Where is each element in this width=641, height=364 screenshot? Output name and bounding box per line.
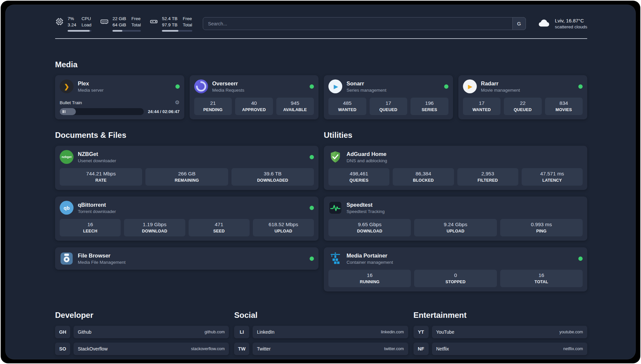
youtube-badge: YT (413, 326, 429, 338)
stat-approved: 40 APPROVED (235, 98, 273, 115)
status-dot (310, 84, 314, 89)
memory-progress-bar (112, 30, 141, 32)
status-dot (310, 155, 314, 159)
stat-total: 16 TOTAL (500, 270, 583, 287)
gear-icon[interactable]: ⚙ (175, 100, 179, 105)
link-row: TW Twitter twitter.com (234, 343, 408, 355)
stat-upload: 618.52 Mbps UPLOAD (253, 219, 314, 236)
app-name: Plex (78, 80, 104, 87)
stat-queries: 498,461 QUERIES (328, 168, 389, 186)
stat-seed: 471 SEED (189, 219, 250, 236)
app-card-radarr[interactable]: ▶ Radarr Movie management 17 WANTED 22 Q… (458, 75, 588, 119)
playback-progress-bar (60, 108, 144, 115)
stat-stopped: 0 STOPPED (414, 270, 497, 287)
netflix-badge: NF (413, 343, 429, 355)
plex-icon: ❯ (60, 79, 74, 93)
linkedin-badge: LI (234, 326, 249, 338)
stat-available: 945 AVAILABLE (276, 98, 314, 115)
link-youtube[interactable]: YouTube youtube.com (432, 326, 587, 338)
memory-total-label: Total (132, 22, 141, 28)
app-subtitle: Torrent downloader (78, 209, 116, 214)
media-section-title: Media (55, 60, 587, 69)
app-name: Media Portainer (347, 253, 393, 259)
search-input[interactable] (203, 17, 526, 30)
stat-latency: 47.571 ms LATENCY (522, 168, 583, 186)
app-card-speedtest[interactable]: Speedtest Speedtest Tracking 9.65 Gbps D… (324, 197, 587, 241)
disk-free-value: 52.4 TB (162, 15, 177, 22)
status-dot (310, 206, 314, 210)
status-dot (310, 257, 314, 261)
memory-icon (100, 17, 109, 26)
stat-ping: 0.993 ms PING (500, 219, 583, 236)
link-github[interactable]: Github github.com (74, 326, 229, 338)
app-card-sonarr[interactable]: ▶ Sonarr Series management 485 WANTED 17… (324, 75, 453, 119)
link-twitter[interactable]: Twitter twitter.com (253, 343, 408, 355)
utilities-section-title: Utilities (324, 131, 587, 140)
disk-total-label: Total (183, 22, 192, 28)
section-entertainment: Entertainment YT YouTube youtube.com NF … (413, 311, 587, 359)
app-card-adguard[interactable]: AdGuard Home DNS and adblocking 498,461 … (324, 146, 587, 190)
dashboard: 7% 3.24 CPU Load (5, 5, 636, 359)
entertainment-section-title: Entertainment (413, 311, 587, 320)
cpu-icon (55, 17, 64, 26)
app-card-qbittorrent[interactable]: qb qBittorrent Torrent downloader 16 LEE… (55, 197, 319, 241)
portainer-icon (328, 252, 342, 265)
weather-widget: Lviv, 16.87°C scattered clouds (536, 17, 587, 30)
link-row: SO StackOverflow stackoverflow.com (55, 343, 229, 355)
disk-progress-bar (162, 30, 192, 32)
stat-download: 1.19 Gbps DOWNLOAD (124, 219, 185, 236)
stat-wanted: 17 WANTED (463, 98, 501, 115)
section-media: Media ❯ Plex Media server Bullet Train ⚙ (55, 60, 587, 119)
header-divider (55, 38, 587, 39)
app-name: NZBGet (78, 151, 116, 157)
status-dot (175, 84, 180, 89)
disk-free-label: Free (183, 15, 192, 22)
app-card-filebrowser[interactable]: File Browser Media File Management (55, 247, 319, 270)
stat-upload: 9.24 Gbps UPLOAD (414, 219, 497, 236)
link-stackoverflow[interactable]: StackOverflow stackoverflow.com (74, 343, 229, 355)
stat-remaining: 266 GB REMAINING (145, 168, 228, 186)
sonarr-icon: ▶ (328, 79, 342, 93)
weather-location: Lviv, 16.87°C (555, 17, 587, 24)
stat-series: 196 SERIES (411, 98, 448, 115)
app-subtitle: Usenet downloader (78, 158, 116, 163)
app-name: Overseerr (212, 80, 245, 87)
cloud-icon (536, 17, 551, 30)
social-section-title: Social (234, 311, 408, 320)
app-subtitle: Media Requests (212, 88, 245, 93)
window-frame: 7% 3.24 CPU Load (1, 1, 640, 363)
stat-wanted: 485 WANTED (328, 98, 366, 115)
memory-free-value: 22 GiB (112, 15, 126, 22)
disk-total-value: 97.9 TB (162, 22, 177, 28)
section-developer: Developer GH Github github.com SO StackO… (55, 311, 229, 359)
github-badge: GH (55, 326, 70, 338)
radarr-icon: ▶ (463, 79, 477, 93)
speedtest-icon (328, 201, 342, 215)
cpu-label: CPU (81, 15, 91, 22)
app-card-nzbget[interactable]: nzbget NZBGet Usenet downloader 744.21 M… (55, 146, 319, 190)
app-subtitle: Container management (347, 260, 393, 265)
pause-icon[interactable] (63, 108, 65, 115)
search-bar: G (203, 17, 526, 30)
search-engine-button[interactable]: G (512, 17, 526, 30)
section-documents: Documents & Files nzbget NZBGet Usenet d… (55, 131, 319, 291)
app-subtitle: DNS and adblocking (347, 158, 387, 163)
disk-icon (149, 17, 158, 26)
link-netflix[interactable]: Netflix netflix.com (432, 343, 587, 355)
app-name: Sonarr (347, 80, 386, 87)
stat-running: 16 RUNNING (328, 270, 411, 287)
app-subtitle: Speedtest Tracking (347, 209, 385, 214)
link-row: NF Netflix netflix.com (413, 343, 587, 355)
status-dot (578, 84, 583, 89)
app-card-plex[interactable]: ❯ Plex Media server Bullet Train ⚙ (55, 75, 184, 119)
nzbget-icon: nzbget (60, 150, 74, 164)
filebrowser-icon (60, 252, 74, 265)
stat-filtered: 2,953 FILTERED (457, 168, 518, 186)
app-card-portainer[interactable]: Media Portainer Container management 16 … (324, 247, 587, 291)
top-bar: 7% 3.24 CPU Load (55, 15, 587, 32)
link-linkedin[interactable]: LinkedIn linkedin.com (253, 326, 408, 338)
cpu-progress-bar (68, 30, 91, 32)
stat-leech: 16 LEECH (60, 219, 121, 236)
app-card-overseerr[interactable]: Overseerr Media Requests 21 PENDING 40 A… (190, 75, 319, 119)
now-playing-title: Bullet Train (60, 100, 82, 105)
